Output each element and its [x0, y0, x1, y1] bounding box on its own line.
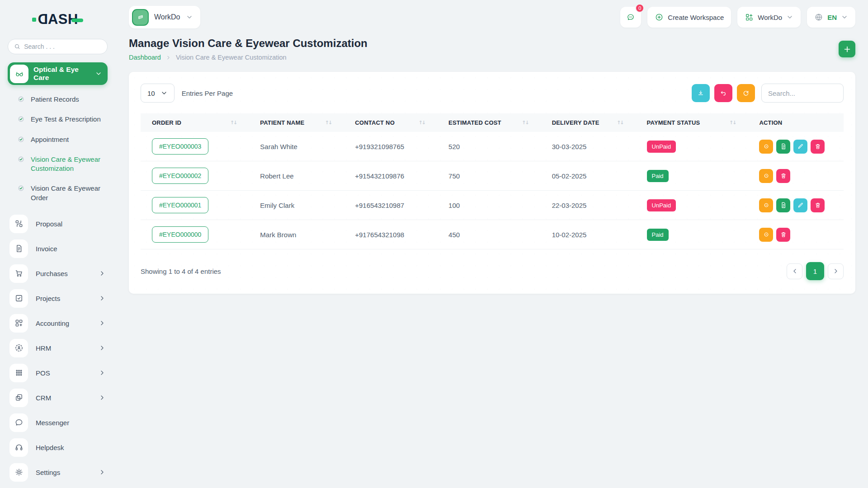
sidebar-item-accounting[interactable]: Accounting: [8, 311, 108, 336]
entries-per-page-select[interactable]: 10: [141, 84, 175, 103]
sidebar-item-settings[interactable]: Settings: [8, 460, 108, 485]
document-icon: [780, 143, 787, 150]
sidebar-item-projects[interactable]: Projects: [8, 286, 108, 311]
view-button[interactable]: [759, 140, 773, 154]
hrm-icon: [9, 339, 28, 357]
sidebar-item-patient-records[interactable]: Patient Records: [8, 89, 108, 109]
view-button[interactable]: [759, 169, 773, 183]
row-actions: [759, 140, 844, 154]
sidebar-item-label: Accounting: [36, 319, 91, 327]
workspace-selector[interactable]: WorkDo: [129, 6, 200, 28]
chevron-right-icon: [99, 319, 106, 327]
column-header: ACTION: [759, 119, 782, 126]
chevron-right-icon: [99, 394, 106, 401]
sidebar-item-label: Messenger: [36, 419, 106, 427]
sidebar-item-appointment[interactable]: Appointment: [8, 130, 108, 150]
chevron-down-icon: [160, 89, 168, 97]
circle-check-icon: [18, 185, 24, 192]
helpdesk-icon: [9, 438, 28, 457]
patient-name-cell: Mark Brown: [260, 220, 355, 249]
sidebar-item-label: Purchases: [36, 270, 91, 277]
prev-page-button[interactable]: [787, 263, 802, 279]
trash-icon: [780, 231, 787, 238]
invoice-button[interactable]: [776, 140, 790, 154]
workspace-name: WorkDo: [154, 13, 180, 21]
table-header: ORDER ID↑↓ PATIENT NAME↑↓ CONTACT NO↑↓ E…: [141, 113, 844, 132]
delivery-date-cell: 05-02-2025: [552, 161, 647, 191]
delete-button[interactable]: [776, 228, 790, 242]
delete-button[interactable]: [776, 169, 790, 183]
app-menu-button[interactable]: WorkDo: [737, 7, 801, 28]
search-icon: [14, 43, 20, 50]
sidebar-search[interactable]: [8, 39, 108, 54]
chevron-down-icon: [786, 14, 793, 21]
invoice-button[interactable]: [776, 198, 790, 212]
sort-icon[interactable]: ↑↓: [230, 120, 236, 126]
sort-icon[interactable]: ↑↓: [522, 120, 528, 126]
order-id-chip[interactable]: #EYEO000001: [152, 197, 208, 213]
sidebar-item-vision-care-eyewear-customization[interactable]: Vision Care & Eyewear Customization: [8, 150, 108, 179]
column-header: ESTIMATED COST: [448, 119, 501, 126]
sidebar-item-label: HRM: [36, 344, 91, 352]
sidebar-item-purchases[interactable]: Purchases: [8, 261, 108, 286]
create-workspace-label: Create Workspace: [668, 14, 724, 21]
breadcrumb-dashboard-link[interactable]: Dashboard: [129, 54, 161, 61]
order-id-chip[interactable]: #EYEO000003: [152, 138, 208, 155]
edit-button[interactable]: [793, 198, 807, 212]
delete-button[interactable]: [811, 198, 825, 212]
sidebar-item-pos[interactable]: POS: [8, 361, 108, 385]
sort-icon[interactable]: ↑↓: [419, 120, 425, 126]
notification-badge: 0: [635, 4, 644, 13]
document-icon: [780, 202, 787, 209]
main-area: WorkDo 0 Create Workspace WorkDo EN: [115, 0, 868, 488]
messenger-button[interactable]: 0: [620, 7, 641, 28]
proposal-icon: [9, 215, 28, 233]
column-header: ORDER ID: [152, 119, 181, 126]
purchases-icon: [9, 264, 28, 283]
undo-icon: [720, 89, 727, 97]
view-button[interactable]: [759, 198, 773, 212]
delete-button[interactable]: [811, 140, 825, 154]
chevron-right-icon: [832, 267, 840, 275]
sidebar-item-crm[interactable]: CRM: [8, 385, 108, 410]
refresh-button[interactable]: [737, 84, 755, 102]
sort-icon[interactable]: ↑↓: [325, 120, 331, 126]
chevron-right-icon: [99, 344, 106, 352]
current-page-button[interactable]: 1: [806, 262, 824, 280]
next-page-button[interactable]: [828, 263, 844, 279]
sidebar-item-messenger[interactable]: Messenger: [8, 410, 108, 435]
create-workspace-button[interactable]: Create Workspace: [647, 7, 731, 28]
language-selector[interactable]: EN: [807, 7, 855, 28]
add-record-button[interactable]: [839, 41, 855, 57]
table-search-input[interactable]: [761, 84, 844, 103]
sidebar-item-hrm[interactable]: HRM: [8, 336, 108, 361]
language-code: EN: [827, 14, 837, 21]
sidebar-item-proposal[interactable]: Proposal: [8, 211, 108, 236]
topbar: WorkDo 0 Create Workspace WorkDo EN: [129, 0, 855, 31]
sidebar-item-vision-care-eyewear-order[interactable]: Vision Care & Eyewear Order: [8, 178, 108, 208]
table-footer: Showing 1 to 4 of 4 entries 1: [141, 262, 844, 280]
payment-status-badge: Paid: [647, 170, 669, 182]
reset-button[interactable]: [714, 84, 732, 102]
order-id-chip[interactable]: #EYEO000000: [152, 226, 208, 243]
edit-button[interactable]: [793, 140, 807, 154]
sidebar-item-eye-test-prescription[interactable]: Eye Test & Prescription: [8, 109, 108, 129]
chevron-right-icon: [99, 295, 106, 302]
page-head: Manage Vision Care & Eyewear Customizati…: [129, 37, 855, 61]
sidebar-item-helpdesk[interactable]: Helpdesk: [8, 435, 108, 460]
order-id-chip[interactable]: #EYEO000002: [152, 168, 208, 184]
sidebar-module-optical-eye-care[interactable]: Optical & Eye Care: [8, 62, 108, 85]
chat-icon: [626, 13, 635, 22]
circle-check-icon: [18, 116, 24, 122]
sidebar-item-label: Vision Care & Eyewear Order: [31, 184, 108, 202]
sidebar-item-invoice[interactable]: Invoice: [8, 236, 108, 261]
circle-check-icon: [18, 136, 24, 143]
settings-icon: [9, 463, 28, 482]
view-button[interactable]: [759, 228, 773, 242]
sort-icon[interactable]: ↑↓: [617, 120, 623, 126]
export-download-button[interactable]: [692, 84, 710, 102]
sidebar-search-input[interactable]: [24, 43, 101, 50]
pagination: 1: [787, 262, 844, 280]
sort-icon[interactable]: ↑↓: [729, 120, 736, 126]
eye-icon: [763, 202, 770, 209]
